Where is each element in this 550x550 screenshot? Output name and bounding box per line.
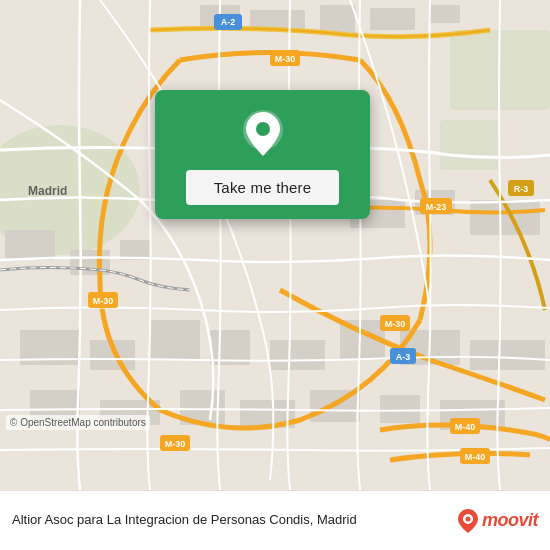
take-me-there-button[interactable]: Take me there [186,170,340,205]
svg-rect-18 [150,320,200,360]
svg-rect-9 [430,5,460,23]
moovit-logo: moovit [454,507,538,535]
svg-rect-10 [5,230,55,260]
location-card: Take me there [155,90,370,219]
svg-text:A-2: A-2 [221,17,236,27]
map-attribution: © OpenStreetMap contributors [6,415,150,430]
svg-rect-20 [270,340,325,370]
map-pin-icon [237,108,289,160]
map-container: A-2 M-30 M-30 M-30 M-30 A-3 M-23 M-40 M-… [0,0,550,490]
svg-rect-29 [380,395,420,423]
svg-text:Madrid: Madrid [28,184,67,198]
svg-text:M-30: M-30 [385,319,406,329]
svg-text:M-23: M-23 [426,202,447,212]
svg-text:A-3: A-3 [396,352,411,362]
svg-rect-8 [370,8,415,30]
svg-point-55 [465,516,470,521]
svg-text:M-30: M-30 [275,54,296,64]
svg-text:M-40: M-40 [455,422,476,432]
bottom-bar: Altior Asoc para La Integracion de Perso… [0,490,550,550]
location-label: Altior Asoc para La Integracion de Perso… [12,511,444,529]
moovit-pin-icon [454,507,482,535]
svg-rect-23 [470,340,545,370]
moovit-wordmark: moovit [482,510,538,531]
svg-point-53 [256,122,270,136]
svg-text:M-30: M-30 [93,296,114,306]
svg-text:M-30: M-30 [165,439,186,449]
svg-text:R-3: R-3 [514,184,529,194]
svg-text:M-40: M-40 [465,452,486,462]
